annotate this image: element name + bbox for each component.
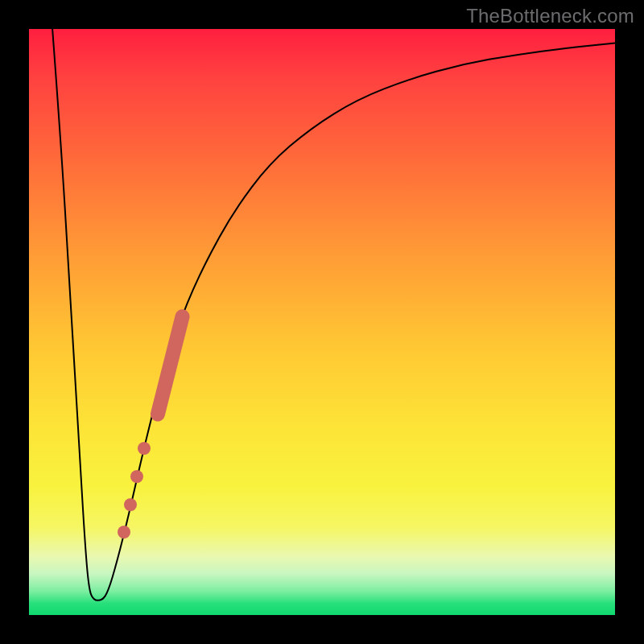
chart-frame: TheBottleneck.com [0, 0, 644, 644]
plot-area [29, 29, 615, 615]
data-marker [118, 526, 130, 539]
data-marker [124, 498, 137, 511]
data-marker [130, 470, 143, 483]
watermark-text: TheBottleneck.com [466, 5, 634, 27]
curve-svg [29, 29, 615, 615]
data-marker [138, 442, 151, 455]
bottleneck-curve [52, 29, 615, 601]
